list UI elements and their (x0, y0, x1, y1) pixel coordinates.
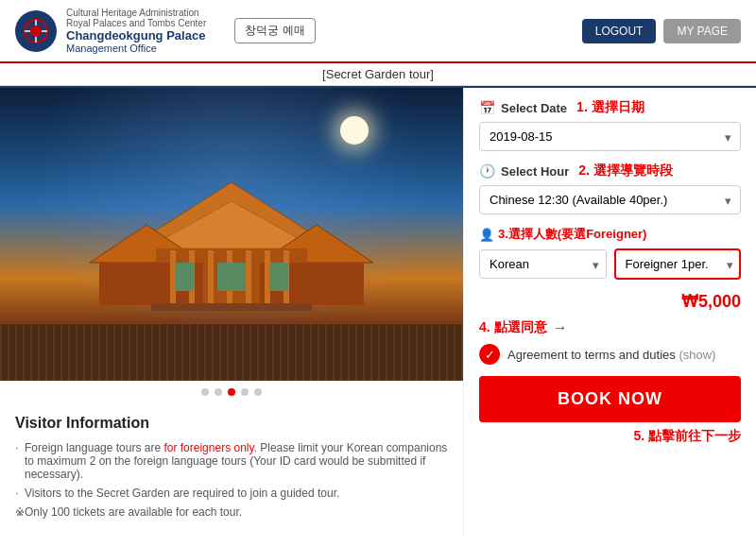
agreement-label: Agreement to terms and duties (507, 348, 676, 362)
org-name-sub: Management Office (66, 43, 206, 54)
org-line2: Royal Palaces and Tombs Center (66, 18, 206, 28)
person-label-row: 👤 3.選擇人數(要選Foreigner) (479, 226, 741, 243)
agreement-text: Agreement to terms and duties (show) (507, 348, 715, 362)
moon (340, 116, 369, 145)
step5-annotation: 5. 點擊前往下一步 (479, 428, 741, 445)
dot-1[interactable] (201, 388, 209, 396)
foreigner-select[interactable]: Foreigner 1per. Foreigner 2per. Foreigne… (614, 248, 742, 280)
select-date-label: Select Date (501, 101, 567, 115)
korean-select[interactable]: Korean Korean 1per. Korean 2per. (479, 249, 607, 279)
tour-title: [Secret Garden tour] (0, 63, 756, 86)
hour-section: 🕐 Select Hour 2. 選擇導覽時段 Chinese 12:30 (A… (479, 162, 741, 214)
price-display: ₩5,000 (479, 291, 741, 312)
right-panel: 📅 Select Date 1. 選擇日期 2019-08-15 2019-08… (463, 88, 756, 536)
logout-button[interactable]: LOGOUT (582, 19, 657, 43)
dot-5[interactable] (254, 388, 262, 396)
svg-rect-12 (208, 250, 214, 305)
visitor-item-1: Foreign language tours are for foreigner… (15, 441, 448, 481)
svg-rect-14 (246, 250, 251, 305)
person-annotation: 3.選擇人數(要選Foreigner) (498, 226, 646, 243)
calendar-icon: 📅 (479, 100, 495, 115)
book-now-button[interactable]: BOOK NOW (479, 376, 741, 422)
visitor-item-3: Only 100 tickets are available for each … (15, 505, 448, 519)
hour-select-wrapper: Chinese 12:30 (Available 40per.) English… (479, 185, 741, 214)
dot-2[interactable] (215, 388, 222, 396)
person-icon: 👤 (479, 228, 494, 242)
show-link[interactable]: (show) (679, 348, 715, 362)
org-name-main: Changdeokgung Palace (66, 28, 206, 43)
palace-badge[interactable]: 창덕궁 예매 (234, 18, 315, 43)
main-content: Visitor Information Foreign language tou… (0, 88, 756, 536)
palace-image (0, 88, 463, 381)
tour-title-text: [Secret Garden tour] (322, 67, 434, 81)
ground-pattern (0, 324, 463, 381)
logo-area: Cultural Heritage Administration Royal P… (15, 8, 582, 54)
hour-select[interactable]: Chinese 12:30 (Available 40per.) English… (479, 185, 741, 214)
svg-rect-20 (151, 303, 312, 311)
date-section: 📅 Select Date 1. 選擇日期 2019-08-15 2019-08… (479, 99, 741, 151)
step4-text: 4. 點選同意 (479, 319, 547, 336)
person-selects-row: Korean Korean 1per. Korean 2per. Foreign… (479, 248, 741, 280)
svg-rect-17 (175, 263, 194, 291)
dot-4[interactable] (241, 388, 249, 396)
org-line1: Cultural Heritage Administration (66, 8, 206, 18)
foreigner-select-wrapper: Foreigner 1per. Foreigner 2per. Foreigne… (614, 248, 742, 280)
korean-select-wrapper: Korean Korean 1per. Korean 2per. (479, 249, 607, 279)
mypage-button[interactable]: MY PAGE (663, 19, 741, 43)
svg-rect-18 (217, 263, 246, 291)
svg-point-2 (30, 26, 42, 37)
date-select-wrapper: 2019-08-15 2019-08-16 2019-08-17 (479, 122, 741, 151)
header-actions: LOGOUT MY PAGE (582, 19, 741, 43)
dot-3-active[interactable] (228, 388, 235, 396)
step4-annotation: 4. 點選同意 → (479, 319, 741, 336)
agreement-check-icon[interactable]: ✓ (479, 344, 500, 365)
date-annotation: 1. 選擇日期 (576, 99, 644, 116)
visitor-item-2: Visitors to the Secret Garden are requir… (15, 487, 448, 500)
clock-icon: 🕐 (479, 163, 495, 179)
visitor-info-section: Visitor Information Foreign language tou… (0, 403, 463, 536)
svg-rect-19 (269, 263, 288, 291)
palace-silhouette (71, 173, 392, 324)
logo-text: Cultural Heritage Administration Royal P… (66, 8, 206, 54)
logo-circle (15, 10, 57, 52)
date-label-row: 📅 Select Date 1. 選擇日期 (479, 99, 741, 116)
select-hour-label: Select Hour (501, 164, 569, 179)
image-dots (0, 381, 463, 403)
agreement-row[interactable]: ✓ Agreement to terms and duties (show) (479, 344, 741, 365)
left-panel: Visitor Information Foreign language tou… (0, 88, 463, 536)
person-section: 👤 3.選擇人數(要選Foreigner) Korean Korean 1per… (479, 226, 741, 280)
hour-label-row: 🕐 Select Hour 2. 選擇導覽時段 (479, 162, 741, 179)
hour-annotation: 2. 選擇導覽時段 (578, 162, 673, 179)
page-header: Cultural Heritage Administration Royal P… (0, 0, 756, 63)
date-select[interactable]: 2019-08-15 2019-08-16 2019-08-17 (479, 122, 741, 151)
visitor-info-title: Visitor Information (15, 415, 448, 432)
arrow-icon: → (553, 319, 568, 336)
